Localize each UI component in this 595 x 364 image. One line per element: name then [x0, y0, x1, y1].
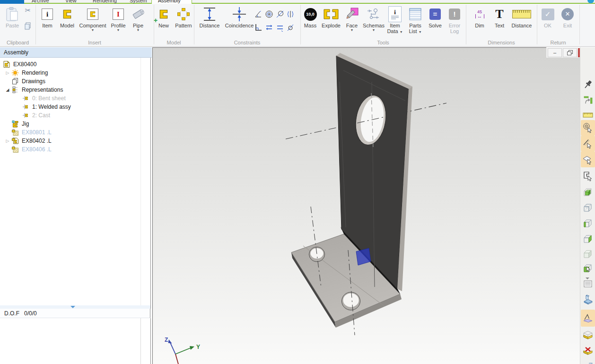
error-log-button[interactable]: ! Error Log — [443, 6, 466, 34]
pattern-button[interactable]: Pattern — [171, 6, 196, 28]
tree-item-label: EX80402 .L — [22, 138, 52, 144]
paste-button[interactable]: Paste — [2, 6, 23, 28]
tree-item-2-cast[interactable]: 2: Cast — [0, 111, 150, 120]
ribbon-tab-strip: ArchiveViewRenderingSystemAssembly — [0, 0, 595, 4]
coplanar-constraint-icon[interactable] — [286, 23, 295, 32]
view-right-face-cube-icon[interactable] — [581, 232, 595, 246]
z-axis-arrow — [168, 339, 172, 344]
tray-tool-icon[interactable] — [581, 328, 595, 342]
tray-delete-tool-icon[interactable] — [581, 345, 595, 359]
pin-tool-icon[interactable] — [581, 78, 595, 92]
axis-triad: Z Y — [165, 337, 200, 364]
tree-item-1-welded-assy[interactable]: 1: Welded assy — [0, 103, 150, 111]
part-bracket-tool-icon[interactable] — [581, 293, 595, 307]
select-component-tool-icon[interactable] — [581, 169, 595, 183]
tab-rendering[interactable]: Rendering — [93, 0, 117, 3]
assembly-panel: Assembly EX80400▷RenderingDrawings◢Repre… — [0, 47, 152, 364]
pipe-button[interactable]: Pipe ▼ — [127, 6, 149, 32]
unfold-sheet-tool-icon[interactable] — [581, 310, 595, 327]
copy-button[interactable] — [23, 21, 33, 31]
item-data-icon: i — [388, 6, 402, 22]
tree-item-label: 2: Cast — [32, 112, 50, 119]
viewport-3d[interactable]: Z Y — [152, 47, 580, 364]
tab-view[interactable]: View — [65, 0, 77, 3]
coincidence-button[interactable]: Coincidence — [223, 6, 256, 28]
exit-button[interactable]: ✕ Exit — [556, 6, 579, 28]
tree-item-ex80801-l[interactable]: EX80801 .L — [0, 128, 150, 137]
y-axis-label: Y — [196, 344, 200, 350]
pipe-dropdown-caret[interactable]: ▼ — [127, 28, 149, 32]
select-face-tool-icon[interactable] — [581, 151, 595, 167]
tree-item-label: EX80400 — [13, 61, 36, 68]
opposite-constraint-icon[interactable] — [275, 23, 285, 32]
assembly-tree: EX80400▷RenderingDrawings◢Representation… — [0, 58, 151, 305]
tree-item-ex80400[interactable]: EX80400 — [0, 60, 150, 69]
select-concentric-tool-icon[interactable] — [581, 120, 595, 136]
dim-button[interactable]: 45 ↔ Dim — [468, 6, 491, 28]
export-view-tool-icon[interactable] — [581, 361, 595, 364]
group-label-dimensions: Dimensions — [466, 40, 537, 45]
item-data-button[interactable]: i Item Data ▼ — [384, 6, 406, 35]
distance-constraint-icon — [195, 6, 224, 23]
component-icon — [87, 9, 98, 20]
concentric-constraint-icon[interactable] — [264, 9, 274, 19]
tree-item-representations[interactable]: ◢Representations — [0, 86, 150, 94]
list-dropdown-icon[interactable] — [581, 273, 595, 291]
view-wireframe-cube-icon[interactable] — [581, 200, 595, 215]
tree-item-rendering[interactable]: ▷Rendering — [0, 69, 150, 77]
ruler-icon — [512, 10, 531, 18]
tree-item-ex80402-l[interactable]: ▷EX80402 .L — [0, 137, 150, 145]
parts-list-button[interactable]: Parts List ▼ — [404, 6, 427, 35]
tree-item-label: Jig — [22, 121, 29, 127]
group-label-return: Return — [537, 40, 579, 45]
symmetry-constraint-icon[interactable] — [286, 9, 295, 19]
rep-item-icon — [22, 103, 30, 111]
perpendicular-constraint-icon[interactable] — [254, 23, 263, 32]
tab-assembly[interactable]: Assembly — [158, 0, 181, 3]
panel-splitter[interactable] — [0, 305, 151, 309]
cut-button[interactable]: ✂ — [23, 8, 33, 14]
dof-list-area[interactable] — [0, 318, 151, 364]
tab-system[interactable]: System — [130, 0, 147, 3]
tree-expander-expanded[interactable]: ◢ — [4, 87, 11, 92]
viewport-side-toolbar — [580, 47, 595, 364]
minimize-button[interactable]: – — [548, 48, 562, 57]
copy-icon — [23, 21, 33, 31]
pages-icon — [11, 78, 19, 85]
tab-archive[interactable]: Archive — [32, 0, 49, 3]
x-axis-line — [175, 354, 178, 364]
pattern-icon — [171, 6, 196, 23]
view-shaded-cube-icon[interactable] — [581, 185, 595, 199]
tree-expander-collapsed[interactable]: ▷ — [4, 70, 11, 75]
tree-item-drawings[interactable]: Drawings — [0, 77, 150, 86]
explode-button[interactable]: Explode — [318, 6, 344, 28]
base-hole-2 — [343, 294, 359, 307]
distance-constraint-button[interactable]: Distance — [195, 6, 224, 28]
rep-item-icon — [22, 95, 30, 102]
item-button[interactable]: i Item — [37, 6, 58, 28]
ok-button[interactable]: ✓ OK — [537, 6, 558, 28]
tree-item-jig[interactable]: Jig — [0, 120, 150, 128]
paste-icon — [2, 6, 23, 23]
representations-icon — [11, 86, 19, 94]
select-edge-tool-icon[interactable] — [581, 136, 595, 151]
angle-constraint-icon[interactable] — [254, 9, 263, 19]
distance-measure-button[interactable]: Distance — [507, 6, 536, 28]
coincidence-icon — [223, 6, 256, 23]
parallel-constraint-icon[interactable] — [264, 23, 274, 32]
reorient-tool-icon[interactable] — [581, 93, 595, 107]
application-menu-button[interactable] — [0, 0, 24, 4]
tangent-constraint-icon[interactable] — [275, 9, 285, 19]
dof-status-row: D.O.F 0/0/0 — [0, 309, 150, 318]
tree-scroll-gutter — [140, 58, 141, 305]
tree-item-ex80406-l[interactable]: EX80406 .L — [0, 145, 150, 154]
rep-item-icon — [22, 112, 30, 119]
locked-hatched-icon — [11, 129, 19, 136]
view-left-face-cube-icon[interactable] — [581, 216, 595, 230]
tree-expander-collapsed[interactable]: ▷ — [4, 139, 11, 143]
mass-icon: 10,0 — [304, 8, 317, 21]
view-ghost-cube-icon[interactable] — [581, 247, 595, 261]
tree-item-0-bent-sheet[interactable]: 0: Bent sheet — [0, 94, 150, 103]
restore-button[interactable] — [563, 48, 577, 57]
jig-icon — [11, 120, 19, 128]
